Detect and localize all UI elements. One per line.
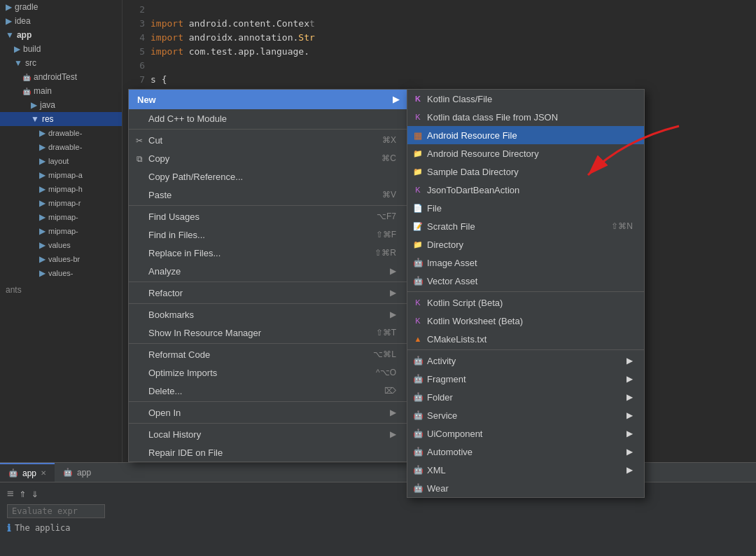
menu-delete[interactable]: Delete... ⌦ (129, 382, 407, 400)
tree-item-mipmap5[interactable]: ▶ mipmap- (0, 224, 122, 238)
menu-copy[interactable]: Copy ⌘C (129, 149, 407, 167)
menu-reformat-shortcut: ⌥⌘L (373, 349, 396, 359)
menu-vector-asset-label: Vector Asset (427, 276, 477, 286)
menu-android-resource-file-label: Android Resource File (427, 130, 517, 141)
menu-delete-shortcut: ⌦ (384, 386, 396, 396)
menu-show-resource[interactable]: Show In Resource Manager ⇧⌘T (129, 324, 407, 342)
menu-json-dart[interactable]: K JsonToDartBeanAction (407, 181, 644, 199)
menu-folder[interactable]: 🤖 Folder ▶ (407, 388, 644, 406)
menu-scratch[interactable]: 📝 Scratch File ⇧⌘N (407, 217, 644, 235)
menu-android-resource-dir-label: Android Resource Directory (427, 148, 539, 159)
menu-open-in-arrow: ▶ (390, 408, 396, 417)
tree-item-drawable2[interactable]: ▶ drawable- (0, 140, 122, 154)
menu-cut-label: Cut (148, 135, 162, 146)
menu-image-asset[interactable]: 🤖 Image Asset (407, 253, 644, 272)
menu-copy-path[interactable]: Copy Path/Reference... (129, 167, 407, 186)
menu-analyze[interactable]: Analyze ▶ (129, 262, 407, 280)
tree-item-drawable1[interactable]: ▶ drawable- (0, 126, 122, 140)
android-tab-icon: 🤖 (8, 468, 18, 478)
separator-3 (129, 282, 407, 282)
menu-android-resource-file[interactable]: ▦ Android Resource File (407, 126, 644, 144)
tree-item-idea[interactable]: ▶ idea (0, 14, 122, 28)
tree-item-mipmap1[interactable]: ▶ mipmap-a (0, 168, 122, 182)
tree-item-app[interactable]: ▼ app (0, 28, 122, 42)
folder-icon: ▶ (39, 226, 46, 236)
step-over-icon[interactable]: ⇑ (20, 487, 27, 500)
menu-image-asset-label: Image Asset (427, 258, 477, 268)
menu-folder-label: Folder (427, 392, 453, 403)
menu-activity-arrow: ▶ (626, 356, 633, 366)
menu-kotlin-worksheet[interactable]: K Kotlin Worksheet (Beta) (407, 312, 644, 330)
menu-paste[interactable]: Paste ⌘V (129, 186, 407, 204)
evaluate-expression-input[interactable] (7, 504, 105, 518)
tree-item-main[interactable]: 🤖 main (0, 84, 122, 98)
menu-bookmarks[interactable]: Bookmarks ▶ (129, 305, 407, 324)
menu-kotlin-script-label: Kotlin Script (Beta) (427, 298, 503, 308)
bottom-tab-app2-label: app (77, 468, 91, 478)
menu-wear[interactable]: 🤖 Wear (407, 479, 644, 497)
menu-uicomponent-arrow: ▶ (626, 429, 633, 438)
menu-reformat[interactable]: Reformat Code ⌥⌘L (129, 345, 407, 363)
menu-cmake-label: CMakeLists.txt (427, 334, 486, 345)
scratch-icon: 📝 (412, 222, 424, 231)
menu-activity[interactable]: 🤖 Activity ▶ (407, 352, 644, 370)
menu-directory[interactable]: 📁 Directory (407, 235, 644, 253)
tree-item-values-br[interactable]: ▶ values-br (0, 252, 122, 266)
menu-service[interactable]: 🤖 Service ▶ (407, 406, 644, 424)
bottom-tab-app2[interactable]: 🤖 app (55, 463, 99, 482)
tree-item-java[interactable]: ▶ java (0, 98, 122, 112)
folder-icon: ▼ (6, 30, 14, 40)
menu-automotive[interactable]: 🤖 Automotive ▶ (407, 443, 644, 461)
menu-find-usages[interactable]: Find Usages ⌥F7 (129, 207, 407, 225)
menu-json-dart-label: JsonToDartBeanAction (427, 185, 519, 195)
menu-file[interactable]: 📄 File (407, 199, 644, 217)
tree-item-gradle[interactable]: ▶ gradle (0, 0, 122, 14)
menu-vector-asset[interactable]: 🤖 Vector Asset (407, 272, 644, 290)
menu-kotlin-data[interactable]: K Kotlin data class File from JSON (407, 108, 644, 126)
tab-close-icon[interactable]: ✕ (41, 469, 46, 477)
menu-open-in[interactable]: Open In ▶ (129, 403, 407, 422)
menu-copy-path-label: Copy Path/Reference... (148, 172, 243, 182)
step-into-icon[interactable]: ⇓ (31, 487, 38, 500)
menu-kotlin-script[interactable]: K Kotlin Script (Beta) (407, 293, 644, 312)
tree-item-res[interactable]: ▼ res (0, 112, 122, 126)
menu-sample-data-dir[interactable]: 📁 Sample Data Directory (407, 162, 644, 181)
menu-cut[interactable]: Cut ⌘X (129, 131, 407, 149)
menu-kotlin-class-label: Kotlin Class/File (427, 94, 492, 104)
menu-scratch-shortcut: ⇧⌘N (611, 221, 633, 231)
folder-icon: ▼ (14, 58, 22, 68)
tree-item-mipmap4[interactable]: ▶ mipmap- (0, 210, 122, 224)
menu-android-resource-dir[interactable]: 📁 Android Resource Directory (407, 144, 644, 162)
menu-cmake[interactable]: ▲ CMakeLists.txt (407, 330, 644, 348)
menu-add-cpp[interactable]: Add C++ to Module (129, 109, 407, 127)
tree-item-values-[interactable]: ▶ values- (0, 266, 122, 280)
menu-repair-ide[interactable]: Repair IDE on File (129, 443, 407, 461)
tree-item-src[interactable]: ▼ src (0, 56, 122, 70)
menu-refactor[interactable]: Refactor ▶ (129, 284, 407, 302)
tree-item-mipmap3[interactable]: ▶ mipmap-r (0, 196, 122, 210)
tree-item-mipmap2[interactable]: ▶ mipmap-h (0, 182, 122, 196)
bottom-tab-app1[interactable]: 🤖 app ✕ (0, 463, 55, 482)
menu-optimize-imports[interactable]: Optimize Imports ^⌥O (129, 363, 407, 382)
tree-item-build[interactable]: ▶ build (0, 42, 122, 56)
tree-item-values[interactable]: ▶ values (0, 238, 122, 252)
automotive-icon: 🤖 (412, 447, 424, 457)
android-icon: 🤖 (22, 88, 31, 95)
tree-item-androidtest[interactable]: 🤖 androidTest (0, 70, 122, 84)
menu-kotlin-class[interactable]: K Kotlin Class/File (407, 90, 644, 108)
menu-reformat-label: Reformat Code (148, 349, 210, 360)
menu-find-in-files[interactable]: Find in Files... ⇧⌘F (129, 225, 407, 244)
tree-item-layout[interactable]: ▶ layout (0, 154, 122, 168)
menu-new-item[interactable]: New ▶ (129, 90, 407, 109)
menu-wear-label: Wear (427, 483, 449, 494)
tree-item-ants[interactable]: ants (0, 283, 122, 297)
menu-fragment[interactable]: 🤖 Fragment ▶ (407, 370, 644, 388)
menu-replace-in-files[interactable]: Replace in Files... ⇧⌘R (129, 244, 407, 262)
folder-icon: ▶ (39, 170, 46, 180)
menu-xml[interactable]: 🤖 XML ▶ (407, 461, 644, 479)
menu-local-history[interactable]: Local History ▶ (129, 425, 407, 443)
menu-refactor-label: Refactor (148, 288, 183, 298)
menu-uicomponent[interactable]: 🤖 UiComponent ▶ (407, 424, 644, 443)
copy-icon (133, 153, 146, 164)
directory-icon: 📁 (412, 240, 424, 249)
